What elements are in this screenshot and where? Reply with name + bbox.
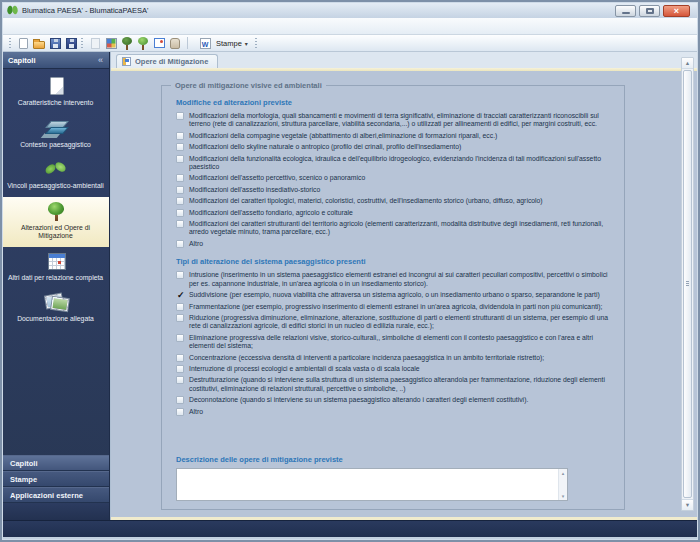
sidebar-section-bar[interactable]: Capitoli	[2, 455, 109, 471]
groupbox-content: Modifiche ed alterazioni previste Modifi…	[176, 98, 614, 503]
collapse-sidebar-icon[interactable]: «	[98, 56, 103, 65]
checkbox[interactable]	[176, 240, 184, 248]
menu-item[interactable]	[48, 23, 62, 29]
menu-item[interactable]	[62, 23, 76, 29]
checkbox[interactable]	[176, 112, 184, 120]
sidebar-item[interactable]: Alterazioni ed Opere di Mitigazione	[2, 197, 109, 247]
toolbar-button[interactable]	[16, 36, 30, 50]
checkbox[interactable]	[176, 408, 184, 416]
checkbox[interactable]	[176, 376, 184, 384]
sidebar-item[interactable]: Documentazione allegata	[2, 288, 109, 330]
toolbar-button[interactable]	[48, 36, 62, 50]
checkbox[interactable]	[176, 365, 184, 373]
section-title-modifiche: Modifiche ed alterazioni previste	[176, 98, 614, 107]
toolbar-button[interactable]	[88, 36, 102, 50]
checkbox[interactable]	[176, 143, 184, 151]
scroll-up-icon[interactable]: ▲	[682, 58, 693, 69]
toolbar-button[interactable]	[32, 36, 46, 50]
textarea-scrollbar[interactable]: ▴ ▾	[558, 469, 567, 500]
checkbox[interactable]	[176, 271, 184, 279]
menu-item[interactable]	[76, 23, 90, 29]
scroll-down-icon[interactable]: ▾	[562, 493, 565, 499]
checkbox[interactable]	[176, 209, 184, 217]
checkbox-row: Modificazioni dell'assetto insediativo-s…	[176, 186, 614, 194]
checkbox-label: Altro	[189, 240, 203, 248]
menu-item[interactable]	[6, 23, 20, 29]
tab-label: Opere di Mitigazione	[135, 57, 208, 66]
checkbox-row: Eliminazione progressiva delle relazioni…	[176, 334, 614, 351]
window-title: Blumatica PAESA' - BlumaticaPAESA'	[22, 6, 148, 15]
description-title: Descrizione delle opere di mitigazione p…	[176, 455, 568, 464]
checkbox-label: Modificazioni della funzionalità ecologi…	[189, 155, 614, 172]
toolbar-button[interactable]	[104, 36, 118, 50]
checkbox-row: Riduzione (progressiva diminuzione, elim…	[176, 314, 614, 331]
sidebar-item[interactable]: Contesto paesaggistico	[2, 114, 109, 156]
checkbox-row: Modificazioni dei caratteri strutturanti…	[176, 220, 614, 237]
checkbox[interactable]	[176, 186, 184, 194]
checkbox-label: Modificazioni dei caratteri strutturanti…	[189, 220, 614, 237]
checkbox[interactable]	[176, 396, 184, 404]
checkbox-row: Frammentazione (per esempio, progressivo…	[176, 303, 614, 311]
sidebar-item[interactable]: Vincoli paesaggistico-ambientali	[2, 155, 109, 197]
vertical-scrollbar[interactable]: ▲ ▼	[681, 57, 694, 511]
menu-item[interactable]	[90, 23, 104, 29]
checkbox[interactable]	[176, 197, 184, 205]
toolbar-button[interactable]	[64, 36, 78, 50]
tree-dark-icon	[121, 37, 133, 50]
sidebar-item-label: Vincoli paesaggistico-ambientali	[7, 182, 104, 191]
tab-opere-di-mitigazione[interactable]: Opere di Mitigazione	[116, 54, 218, 68]
scrollbar-thumb[interactable]	[683, 70, 692, 498]
save-as-icon	[66, 38, 77, 49]
checkbox[interactable]	[176, 334, 184, 342]
maximize-button[interactable]	[639, 5, 660, 17]
toolbar-button[interactable]	[152, 36, 166, 50]
document-icon	[43, 77, 69, 96]
checkbox-row: Altro	[176, 408, 614, 416]
toolbar-grip[interactable]	[81, 38, 83, 49]
checkbox-label: Concentrazione (eccessiva densità di int…	[189, 354, 544, 362]
menu-item[interactable]	[34, 23, 48, 29]
layers-icon	[43, 119, 69, 138]
sidebar: Capitoli « Caratteristiche intervento Co…	[2, 52, 110, 520]
checkbox[interactable]	[176, 220, 184, 228]
scroll-down-icon[interactable]: ▼	[682, 499, 693, 510]
sidebar-section-bar[interactable]: Stampe	[2, 471, 109, 487]
checkbox[interactable]	[176, 155, 184, 163]
stampe-dropdown-button[interactable]: Stampe ▾	[192, 34, 253, 52]
checkbox[interactable]	[176, 354, 184, 362]
description-textarea[interactable]	[176, 468, 568, 501]
section-title-tipi-alterazione: Tipi di alterazione del sistema paesaggi…	[176, 257, 614, 266]
checkbox[interactable]	[176, 174, 184, 182]
minimize-button[interactable]	[615, 5, 636, 17]
toolbar-separator	[187, 37, 188, 49]
checkbox-row: Modificazioni della morfologia, quali sb…	[176, 112, 614, 129]
toolbar-button[interactable]	[168, 36, 182, 50]
toolbar-grip[interactable]	[9, 38, 11, 49]
sidebar-item-label: Contesto paesaggistico	[20, 141, 91, 150]
checkbox[interactable]	[176, 291, 184, 299]
sidebar-section-bar[interactable]: Applicazioni esterne	[2, 487, 109, 503]
scroll-up-icon[interactable]: ▴	[562, 470, 565, 476]
checkbox-label: Modificazioni dell'assetto fondiario, ag…	[189, 209, 353, 217]
sidebar-section-label: Capitoli	[10, 459, 38, 468]
toolbar-grip[interactable]	[255, 38, 257, 49]
description-section: Descrizione delle opere di mitigazione p…	[176, 455, 568, 501]
checkbox-row: Deconnotazione (quando si interviene su …	[176, 396, 614, 404]
groupbox-title: Opere di mitigazione visive ed ambiental…	[171, 81, 326, 90]
stampe-label: Stampe	[216, 39, 242, 48]
toolbar-button[interactable]	[120, 36, 134, 50]
menu-item[interactable]	[20, 23, 34, 29]
checkbox-label: Modificazioni dello skyline naturale o a…	[189, 143, 461, 151]
close-button[interactable]: ×	[663, 5, 690, 17]
sidebar-header-label: Capitoli	[8, 56, 36, 65]
sidebar-item-label: Caratteristiche intervento	[18, 99, 94, 108]
new-document-icon	[19, 38, 28, 49]
checkbox[interactable]	[176, 132, 184, 140]
sidebar-item[interactable]: Altri dati per relazione completa	[2, 247, 109, 289]
sidebar-item[interactable]: Caratteristiche intervento	[2, 72, 109, 114]
toolbar-button[interactable]	[136, 36, 150, 50]
checkbox[interactable]	[176, 314, 184, 322]
checkbox[interactable]	[176, 303, 184, 311]
chevron-down-icon: ▾	[245, 40, 248, 47]
checkbox-label: Suddivisione (per esempio, nuova viabili…	[189, 291, 600, 299]
